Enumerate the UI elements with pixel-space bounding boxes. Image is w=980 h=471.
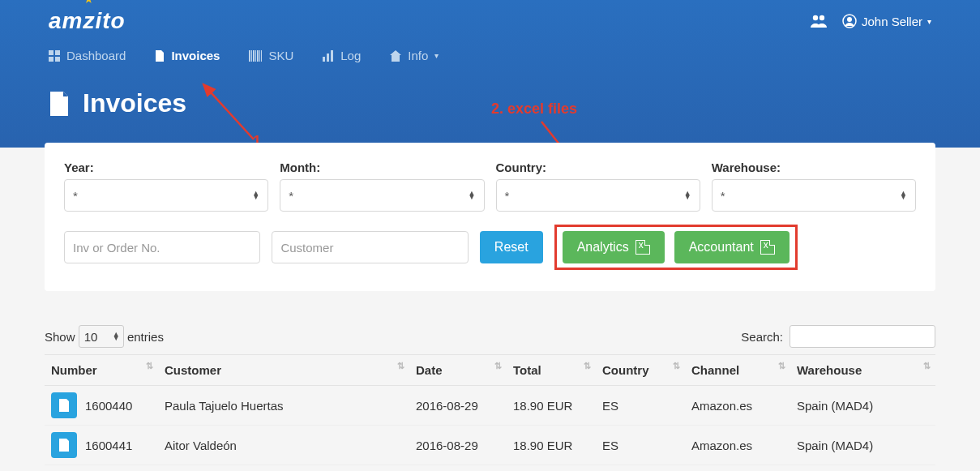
col-channel-label: Channel xyxy=(691,363,739,377)
month-label: Month: xyxy=(280,161,484,174)
entries-label: entries xyxy=(127,330,164,344)
grid-icon xyxy=(49,50,60,62)
cell-channel: Amazon.es xyxy=(685,426,790,465)
warehouse-value: * xyxy=(721,189,725,203)
svg-rect-8 xyxy=(249,50,250,62)
nav-info-label: Info xyxy=(408,49,428,62)
svg-rect-4 xyxy=(49,50,53,55)
year-select[interactable]: * ▲▼ xyxy=(64,179,268,212)
nav-dashboard[interactable]: Dashboard xyxy=(49,49,126,62)
col-customer[interactable]: Customer⇅ xyxy=(158,355,409,386)
svg-rect-12 xyxy=(257,50,259,62)
search-input[interactable] xyxy=(790,325,935,348)
svg-rect-17 xyxy=(331,50,333,62)
show-label: Show xyxy=(45,330,75,344)
warehouse-select[interactable]: * ▲▼ xyxy=(712,179,916,212)
col-warehouse-label: Warehouse xyxy=(797,363,862,377)
file-icon xyxy=(58,399,70,412)
country-select[interactable]: * ▲▼ xyxy=(496,179,700,212)
svg-point-0 xyxy=(813,15,818,20)
sort-icon: ⇅ xyxy=(923,363,931,368)
col-total[interactable]: Total⇅ xyxy=(507,355,596,386)
select-caret-icon: ▲▼ xyxy=(900,191,907,199)
sort-icon: ⇅ xyxy=(584,363,591,368)
sort-icon: ⇅ xyxy=(494,363,502,368)
cell-number: 1600441 xyxy=(85,439,132,452)
logo: amz★ito xyxy=(49,8,126,34)
inv-order-input[interactable] xyxy=(64,231,260,263)
entries-select[interactable]: 10 ▲▼ xyxy=(79,325,124,348)
cell-total: 18.90 EUR xyxy=(507,386,596,426)
svg-rect-11 xyxy=(255,50,256,62)
accountant-button[interactable]: Accountant xyxy=(674,231,790,263)
year-label: Year: xyxy=(64,161,268,174)
sort-icon: ⇅ xyxy=(673,363,680,368)
nav-invoices[interactable]: Invoices xyxy=(155,49,220,62)
svg-rect-10 xyxy=(253,50,255,62)
nav-sku[interactable]: SKU xyxy=(249,49,293,62)
chevron-down-icon: ▾ xyxy=(927,17,931,26)
file-icon xyxy=(155,50,165,62)
col-number-label: Number xyxy=(51,363,97,377)
filter-panel: Year: * ▲▼ Month: * ▲▼ Country: * ▲▼ xyxy=(45,143,935,291)
col-date[interactable]: Date⇅ xyxy=(409,355,507,386)
cell-country: ES xyxy=(596,386,685,426)
cell-date: 2016-08-29 xyxy=(409,386,507,426)
warehouse-label: Warehouse: xyxy=(712,161,916,174)
nav-log[interactable]: Log xyxy=(323,49,361,62)
col-channel[interactable]: Channel⇅ xyxy=(685,355,790,386)
col-number[interactable]: Number⇅ xyxy=(45,355,158,386)
svg-rect-5 xyxy=(55,50,60,55)
svg-rect-7 xyxy=(55,57,60,62)
col-date-label: Date xyxy=(416,363,443,377)
open-invoice-button[interactable] xyxy=(51,392,77,418)
nav-log-label: Log xyxy=(340,49,361,62)
chevron-down-icon: ▾ xyxy=(434,51,439,60)
file-icon xyxy=(58,439,70,452)
reset-label: Reset xyxy=(494,240,529,255)
search-label: Search: xyxy=(741,330,783,344)
cell-customer: Aitor Valdeón xyxy=(158,426,409,465)
month-select[interactable]: * ▲▼ xyxy=(280,179,484,212)
home-icon xyxy=(390,50,401,62)
barcode-icon xyxy=(249,50,262,62)
sort-icon: ⇅ xyxy=(397,363,404,368)
svg-rect-16 xyxy=(327,54,329,62)
cell-warehouse: Spain (MAD4) xyxy=(790,426,935,465)
users-icon[interactable] xyxy=(810,14,828,28)
cell-number: 1600440 xyxy=(85,399,132,413)
search-control: Search: xyxy=(741,325,935,348)
col-warehouse[interactable]: Warehouse⇅ xyxy=(790,355,935,386)
month-value: * xyxy=(289,189,293,203)
cell-date: 2016-08-29 xyxy=(409,426,507,465)
reset-button[interactable]: Reset xyxy=(480,231,543,263)
col-country-label: Country xyxy=(602,363,649,377)
cell-customer: Paula Tajuelo Huertas xyxy=(158,386,409,426)
svg-point-1 xyxy=(820,15,824,20)
chart-icon xyxy=(323,50,334,62)
cell-country: ES xyxy=(596,426,685,465)
select-caret-icon: ▲▼ xyxy=(684,191,691,199)
file-icon xyxy=(49,92,70,116)
country-value: * xyxy=(505,189,510,203)
user-menu[interactable]: John Seller ▾ xyxy=(842,14,931,28)
select-caret-icon: ▲▼ xyxy=(252,191,259,199)
analytics-button[interactable]: Analytics xyxy=(563,231,665,263)
col-customer-label: Customer xyxy=(165,363,221,377)
open-invoice-button[interactable] xyxy=(51,432,77,458)
sort-icon: ⇅ xyxy=(778,363,785,368)
nav-invoices-label: Invoices xyxy=(171,49,220,62)
col-country[interactable]: Country⇅ xyxy=(596,355,685,386)
svg-rect-9 xyxy=(251,50,252,62)
select-caret-icon: ▲▼ xyxy=(113,332,120,340)
nav-dashboard-label: Dashboard xyxy=(66,49,126,62)
excel-icon xyxy=(636,240,650,255)
year-value: * xyxy=(73,189,78,203)
select-caret-icon: ▲▼ xyxy=(469,191,476,199)
analytics-label: Analytics xyxy=(577,240,629,255)
svg-rect-6 xyxy=(49,57,53,62)
cell-channel: Amazon.es xyxy=(685,386,790,426)
customer-input[interactable] xyxy=(272,231,468,263)
nav-info[interactable]: Info ▾ xyxy=(390,49,439,62)
table-row: 1600441 Aitor Valdeón 2016-08-29 18.90 E… xyxy=(45,426,935,465)
